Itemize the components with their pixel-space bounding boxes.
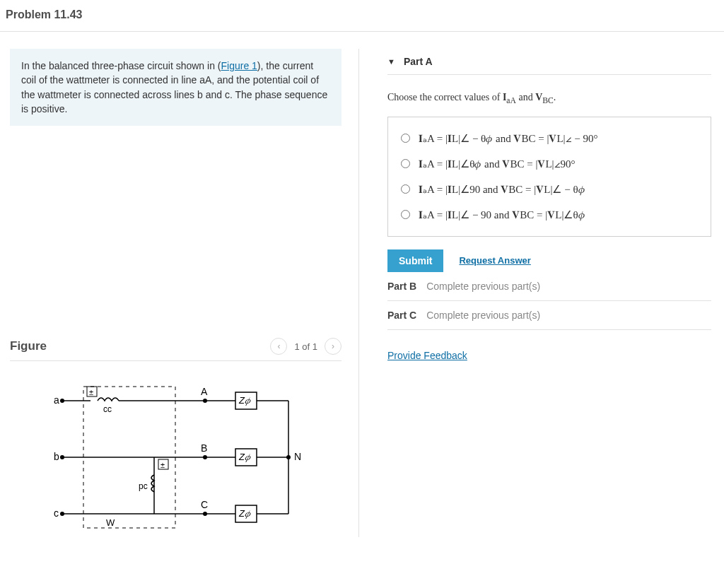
part-a-actions: Submit Request Answer <box>387 249 711 272</box>
option-2-text: 𝐈ₐA = |𝐈L|∠θ𝜙 and 𝐕BC = |𝐕L|∠90° <box>419 158 576 170</box>
part-c-msg: Complete previous part(s) <box>426 310 540 321</box>
lbl-Z1: Z𝜙 <box>238 395 251 406</box>
part-a-label: Part A <box>404 56 433 67</box>
option-4[interactable]: 𝐈ₐA = |𝐈L|∠ − 90 and 𝐕BC = |𝐕L|∠θ𝜙 <box>398 202 701 228</box>
option-1-text: 𝐈ₐA = |𝐈L|∠ − θ𝜙 and 𝐕BC = |𝐕L|∠ − 90° <box>419 132 598 145</box>
part-b-label: Part B <box>387 281 416 292</box>
option-4-text: 𝐈ₐA = |𝐈L|∠ − 90 and 𝐕BC = |𝐕L|∠θ𝜙 <box>419 208 585 221</box>
part-c-label: Part C <box>387 310 416 321</box>
lbl-c: c <box>54 507 59 519</box>
collapse-icon: ▼ <box>387 57 395 66</box>
option-3-text: 𝐈ₐA = |𝐈L|∠90 and 𝐕BC = |𝐕L|∠ − θ𝜙 <box>419 183 585 196</box>
lbl-b: b <box>54 451 59 462</box>
lbl-W: W <box>106 517 115 528</box>
main-columns: In the balanced three-phase circuit show… <box>0 32 724 543</box>
left-column: In the balanced three-phase circuit show… <box>6 49 359 537</box>
lbl-Z3: Z𝜙 <box>238 508 251 519</box>
answer-options: 𝐈ₐA = |𝐈L|∠ − θ𝜙 and 𝐕BC = |𝐕L|∠ − 90° 𝐈… <box>387 117 711 237</box>
lbl-cc: cc <box>103 404 112 414</box>
part-a-header[interactable]: ▼ Part A <box>387 49 711 75</box>
option-3-radio[interactable] <box>401 184 410 194</box>
option-1[interactable]: 𝐈ₐA = |𝐈L|∠ − θ𝜙 and 𝐕BC = |𝐕L|∠ − 90° <box>398 126 701 151</box>
circuit-svg: ± <box>41 380 310 535</box>
problem-statement: In the balanced three-phase circuit show… <box>10 49 341 126</box>
problem-title: Problem 11.43 <box>6 8 718 21</box>
circuit-figure: ± <box>10 375 341 537</box>
figure-section: Figure ‹ 1 of 1 › <box>10 338 341 537</box>
pager-next-button[interactable]: › <box>325 338 341 355</box>
option-2[interactable]: 𝐈ₐA = |𝐈L|∠θ𝜙 and 𝐕BC = |𝐕L|∠90° <box>398 151 701 177</box>
option-2-radio[interactable] <box>401 159 410 168</box>
figure-header: Figure ‹ 1 of 1 › <box>10 338 341 361</box>
intro-before: In the balanced three-phase circuit show… <box>21 60 221 71</box>
figure-pager: ‹ 1 of 1 › <box>270 338 341 355</box>
part-a-prompt: Choose the correct values of IaA and VBC… <box>387 92 711 105</box>
lbl-a: a <box>54 394 59 406</box>
problem-header: Problem 11.43 <box>0 0 724 32</box>
svg-text:±: ± <box>89 388 93 396</box>
lbl-pc: pc <box>139 481 148 491</box>
lbl-C: C <box>201 499 208 510</box>
option-4-radio[interactable] <box>401 210 410 219</box>
option-3[interactable]: 𝐈ₐA = |𝐈L|∠90 and 𝐕BC = |𝐕L|∠ − θ𝜙 <box>398 177 701 202</box>
figure-heading: Figure <box>10 339 47 353</box>
lbl-A: A <box>201 386 208 397</box>
lbl-B: B <box>201 442 207 454</box>
part-b-row[interactable]: Part B Complete previous part(s) <box>387 272 711 301</box>
svg-point-18 <box>286 455 291 459</box>
submit-button[interactable]: Submit <box>387 249 443 272</box>
lbl-Z2: Z𝜙 <box>238 452 251 462</box>
pager-prev-button[interactable]: ‹ <box>270 338 287 355</box>
pager-label: 1 of 1 <box>294 341 317 352</box>
svg-text:±: ± <box>160 461 165 469</box>
right-column: ▼ Part A Choose the correct values of Ia… <box>359 49 718 537</box>
lbl-N: N <box>294 451 301 462</box>
provide-feedback-link[interactable]: Provide Feedback <box>387 350 467 361</box>
option-1-radio[interactable] <box>401 134 410 143</box>
figure-link[interactable]: Figure 1 <box>221 60 257 71</box>
part-b-msg: Complete previous part(s) <box>426 281 540 292</box>
request-answer-link[interactable]: Request Answer <box>459 255 530 266</box>
part-c-row[interactable]: Part C Complete previous part(s) <box>387 301 711 330</box>
